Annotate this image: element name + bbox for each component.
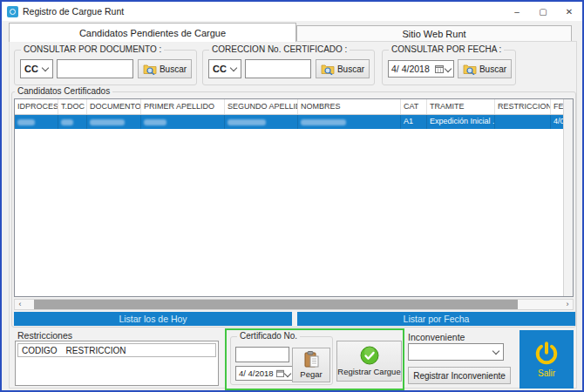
pegar-button[interactable]: Pegar: [292, 348, 330, 382]
scroll-right-arrow-icon[interactable]: ›: [562, 300, 573, 309]
column-header[interactable]: IDPROCESO: [15, 99, 58, 114]
column-header[interactable]: FEC: [551, 99, 564, 114]
tab-sitio-web-runt[interactable]: Sitio Web Runt: [296, 25, 572, 42]
restricciones-label: Restricciones: [17, 330, 72, 341]
power-icon: [533, 341, 560, 367]
buscar-documento-button[interactable]: Buscar: [138, 59, 192, 78]
certificado-datepicker[interactable]: 4/ 4/2018: [235, 366, 293, 381]
buscar-fecha-button[interactable]: Buscar: [458, 59, 512, 78]
chevron-down-icon: [445, 65, 452, 72]
scrollbar-thumb[interactable]: [34, 300, 518, 309]
column-header[interactable]: NOMBRES: [298, 99, 401, 114]
restricciones-col-restriccion: RESTRICCION: [66, 346, 126, 355]
salir-label: Salir: [538, 368, 555, 378]
column-header[interactable]: CAT: [401, 99, 427, 114]
inconveniente-label: Inconveniente: [408, 332, 465, 342]
registrar-inconveniente-button[interactable]: Registrar Inconveniente: [408, 367, 511, 384]
restricciones-col-codigo: CODIGO: [22, 346, 58, 355]
group-title: CORECCION No. CERTIFICADO :: [209, 44, 350, 55]
title-bar: Registro de Cargue Runt – ▢ ✕: [2, 2, 582, 21]
redacted-text: [90, 119, 125, 125]
table-row-selected[interactable]: A1 Expedición Inicial ... 4/04: [15, 115, 564, 129]
date-value: 4/ 4/2018: [239, 368, 274, 378]
cargue-panel: Certificado No. 4/ 4/2018: [225, 328, 404, 390]
redacted-text: [61, 119, 73, 125]
chevron-down-icon: [42, 64, 49, 71]
close-button[interactable]: ✕: [556, 2, 582, 21]
salir-button[interactable]: Salir: [519, 330, 574, 389]
app-icon: [7, 6, 18, 17]
horizontal-scrollbar[interactable]: ‹ ›: [14, 299, 574, 310]
certificado-input[interactable]: [245, 59, 311, 78]
certificado-no-input[interactable]: [235, 347, 289, 362]
column-header[interactable]: SEGUNDO APELLIDO: [225, 99, 298, 114]
cell-tramite: Expedición Inicial ...: [427, 115, 495, 129]
restricciones-header-row: CODIGO RESTRICCION: [17, 343, 216, 357]
calendar-icon: [435, 64, 444, 73]
minimize-button[interactable]: –: [504, 2, 530, 21]
tab-candidatos-pendientes[interactable]: Candidatos Pendientes de Cargue: [9, 23, 296, 42]
fecha-datepicker[interactable]: 4/ 4/2018: [388, 60, 454, 78]
cell-tdoc: [58, 115, 87, 129]
doc-type-value: CC: [213, 64, 227, 74]
window-title: Registro de Cargue Runt: [23, 6, 124, 17]
cell-documento: [87, 115, 141, 129]
vertical-scrollbar[interactable]: [563, 99, 573, 296]
doc-type-value: CC: [24, 64, 38, 74]
date-value: 4/ 4/2018: [391, 64, 430, 74]
group-title: CONSULTAR POR DOCUMENTO :: [21, 44, 164, 55]
document-input[interactable]: [57, 59, 133, 78]
cell-fec: 4/04: [551, 115, 564, 129]
redacted-text: [227, 119, 266, 125]
column-header[interactable]: T.DOC: [58, 99, 87, 114]
folder-search-icon: [321, 63, 335, 75]
column-header[interactable]: PRIMER APELLIDO: [141, 99, 225, 114]
group-certificado-no: Certificado No. 4/ 4/2018: [230, 336, 333, 385]
doc-type-select[interactable]: CC: [20, 59, 53, 78]
group-candidatos-certificados: Candidatos Certificados IDPROCESO T.DOC …: [11, 91, 576, 328]
cell-segundo-apellido: [225, 115, 298, 129]
clipboard-paste-icon: [304, 351, 319, 368]
cell-cat: A1: [401, 115, 427, 129]
correction-doc-type-select[interactable]: CC: [208, 59, 241, 78]
cell-idproceso: [15, 115, 58, 129]
buscar-label: Buscar: [479, 64, 506, 74]
restricciones-list[interactable]: CODIGO RESTRICCION: [15, 341, 219, 386]
buscar-certificado-button[interactable]: Buscar: [316, 59, 370, 78]
scroll-left-arrow-icon[interactable]: ‹: [15, 300, 25, 309]
calendar-dropdown: [435, 64, 451, 73]
redacted-text: [144, 119, 166, 125]
chevron-down-icon: [492, 348, 499, 355]
listar-por-fecha-button[interactable]: Listar por Fecha: [297, 312, 575, 326]
redacted-text: [17, 119, 35, 125]
grid-title: Candidatos Certificados: [15, 86, 112, 97]
chevron-down-icon: [283, 369, 290, 376]
folder-search-icon: [143, 63, 157, 75]
chevron-down-icon: [230, 64, 237, 71]
group-consultar-por-fecha: CONSULTAR POR FECHA : 4/ 4/2018 Buscar: [382, 50, 516, 85]
redacted-text: [301, 119, 346, 125]
grid-header-row: IDPROCESO T.DOC DOCUMENTO PRIMER APELLID…: [15, 99, 564, 115]
pegar-label: Pegar: [300, 369, 322, 379]
column-header[interactable]: RESTRICCIONES: [495, 99, 551, 114]
group-consultar-por-documento: CONSULTAR POR DOCUMENTO : CC Buscar: [14, 50, 197, 85]
candidatos-grid[interactable]: IDPROCESO T.DOC DOCUMENTO PRIMER APELLID…: [14, 98, 574, 297]
column-header[interactable]: TRAMITE: [427, 99, 495, 114]
window-controls: – ▢ ✕: [504, 2, 582, 21]
group-title: CONSULTAR POR FECHA :: [389, 44, 504, 55]
app-window: Registro de Cargue Runt – ▢ ✕ Candidatos…: [0, 0, 584, 392]
check-circle-icon: [360, 346, 379, 365]
registrar-cargue-label: Registrar Cargue: [337, 367, 400, 376]
registrar-cargue-button[interactable]: Registrar Cargue: [336, 341, 402, 382]
folder-search-icon: [463, 63, 477, 75]
listar-hoy-button[interactable]: Listar los de Hoy: [14, 312, 292, 326]
cell-restricciones: [495, 115, 551, 129]
buscar-label: Buscar: [160, 64, 187, 74]
certificado-label: Certificado No.: [237, 331, 300, 341]
group-coreccion-certificado: CORECCION No. CERTIFICADO : CC Buscar: [202, 50, 375, 85]
cell-nombres: [298, 115, 401, 129]
cell-primer-apellido: [141, 115, 225, 129]
inconveniente-select[interactable]: [408, 343, 504, 361]
maximize-button[interactable]: ▢: [530, 2, 556, 21]
column-header[interactable]: DOCUMENTO: [87, 99, 141, 114]
